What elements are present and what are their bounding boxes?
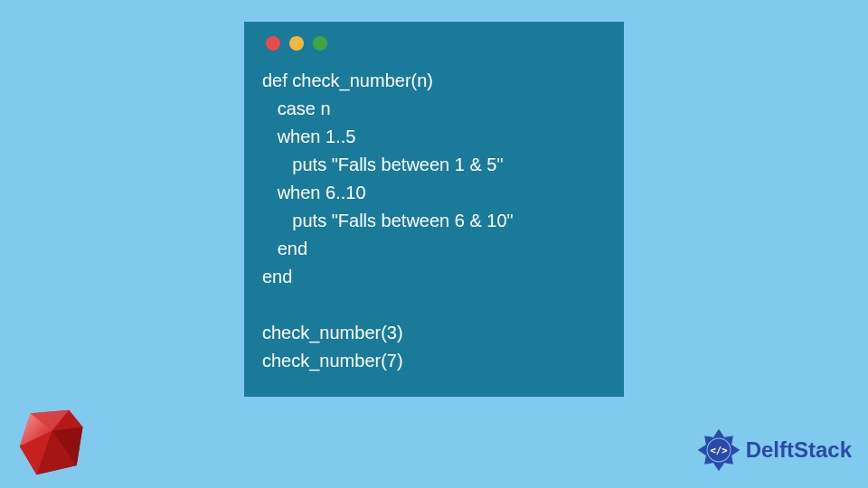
maximize-icon (313, 36, 327, 51)
ruby-logo-icon (14, 404, 90, 481)
svg-text:</>: </> (710, 445, 727, 455)
close-icon (266, 36, 280, 51)
delftstack-label: DelftStack (746, 437, 852, 463)
code-block: def check_number(n) case n when 1..5 put… (262, 67, 606, 375)
traffic-lights (262, 36, 606, 51)
delftstack-badge-icon: </> (697, 428, 741, 472)
svg-marker-12 (732, 446, 738, 454)
minimize-icon (289, 36, 304, 51)
svg-marker-11 (700, 446, 705, 454)
svg-marker-10 (715, 464, 722, 469)
code-window: def check_number(n) case n when 1..5 put… (244, 22, 624, 397)
svg-marker-9 (715, 431, 722, 436)
delftstack-brand: </> DelftStack (697, 428, 852, 472)
